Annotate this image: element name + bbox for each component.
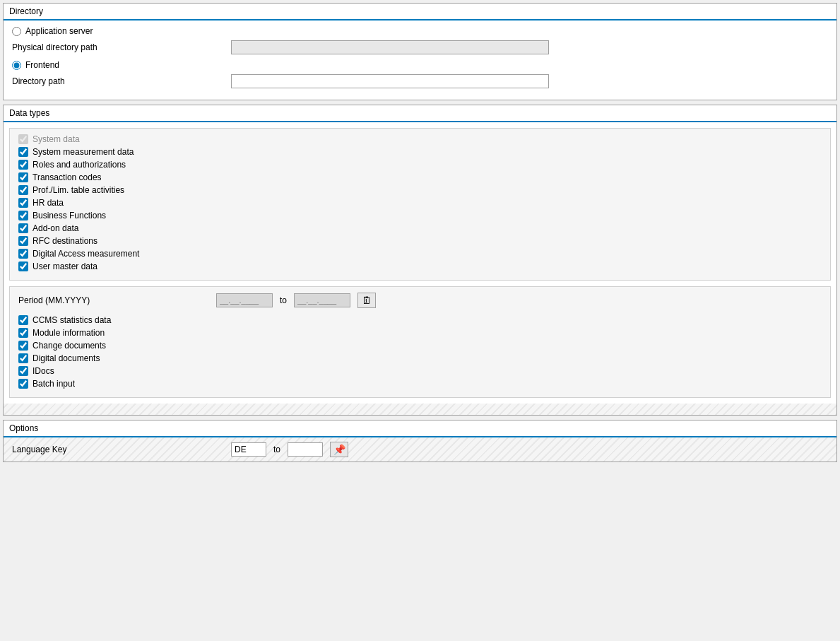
roles-auth-checkbox[interactable] — [18, 160, 28, 170]
digital-docs-checkbox[interactable] — [18, 353, 28, 363]
idocs-label: IDocs — [32, 366, 54, 376]
add-on-checkbox[interactable] — [18, 223, 28, 233]
options-header: Options — [4, 421, 836, 437]
checkbox-row-change-docs: Change documents — [18, 341, 822, 351]
frontend-label[interactable]: Frontend — [25, 60, 59, 70]
ccms-checkbox[interactable] — [18, 315, 28, 325]
hr-data-label: HR data — [32, 198, 64, 208]
app-server-row: Application server — [12, 26, 828, 36]
checkbox-row-prof-lim: Prof./Lim. table activities — [18, 185, 822, 195]
prof-lim-label: Prof./Lim. table activities — [32, 185, 124, 195]
digital-access-checkbox[interactable] — [18, 249, 28, 259]
batch-input-checkbox[interactable] — [18, 379, 28, 389]
checkbox-row-hr-data: HR data — [18, 198, 822, 208]
main-container: Directory Application server Physical di… — [0, 0, 840, 641]
data-types-header: Data types — [4, 105, 836, 122]
options-icon-button[interactable]: 📌 — [330, 442, 348, 457]
checkbox-row-roles-auth: Roles and authorizations — [18, 160, 822, 170]
calendar-icon: 🗓 — [362, 295, 372, 306]
options-section: Options Language Key to 📌 — [3, 420, 837, 462]
checkbox-row-add-on: Add-on data — [18, 223, 822, 233]
directory-content: Application server Physical directory pa… — [4, 20, 836, 100]
options-striped-bg: Language Key to 📌 — [4, 437, 836, 461]
period-calendar-button[interactable]: 🗓 — [357, 293, 376, 308]
user-master-label: User master data — [32, 261, 97, 271]
digital-access-label: Digital Access measurement — [32, 249, 139, 259]
app-server-radio[interactable] — [12, 27, 21, 36]
language-key-to-input[interactable] — [288, 442, 323, 457]
directory-path-input[interactable] — [231, 74, 549, 88]
directory-header: Directory — [4, 4, 836, 20]
pushpin-icon: 📌 — [333, 444, 345, 455]
user-master-checkbox[interactable] — [18, 261, 28, 271]
digital-docs-label: Digital documents — [32, 353, 100, 363]
batch-input-label: Batch input — [32, 379, 75, 389]
change-docs-label: Change documents — [32, 341, 106, 351]
checkbox-row-system-measurement: System measurement data — [18, 147, 822, 157]
hr-data-checkbox[interactable] — [18, 198, 28, 208]
data-types-inner-box: System data System measurement data Role… — [9, 128, 831, 281]
physical-path-label: Physical directory path — [12, 42, 231, 52]
business-functions-checkbox[interactable] — [18, 211, 28, 220]
frontend-radio[interactable] — [12, 61, 21, 70]
business-functions-label: Business Functions — [32, 211, 106, 220]
physical-path-input[interactable] — [231, 40, 549, 54]
system-data-checkbox[interactable] — [18, 134, 28, 144]
period-to-input[interactable] — [294, 293, 350, 307]
checkbox-row-user-master: User master data — [18, 261, 822, 271]
module-info-label: Module information — [32, 328, 105, 338]
prof-lim-checkbox[interactable] — [18, 185, 28, 195]
period-section: Period (MM.YYYY) to 🗓 CCMS statistics da… — [9, 286, 831, 398]
module-info-checkbox[interactable] — [18, 328, 28, 338]
directory-section: Directory Application server Physical di… — [3, 3, 837, 100]
data-types-section: Data types System data System measuremen… — [3, 105, 837, 416]
language-key-row: Language Key to 📌 — [4, 437, 836, 461]
frontend-row: Frontend — [12, 60, 828, 70]
checkbox-row-ccms: CCMS statistics data — [18, 315, 822, 325]
options-to-label: to — [273, 445, 280, 454]
directory-path-label: Directory path — [12, 76, 231, 86]
ccms-label: CCMS statistics data — [32, 315, 111, 325]
rfc-label: RFC destinations — [32, 236, 97, 246]
add-on-label: Add-on data — [32, 223, 78, 233]
checkbox-row-module-info: Module information — [18, 328, 822, 338]
idocs-checkbox[interactable] — [18, 366, 28, 376]
checkbox-row-system-data: System data — [18, 134, 822, 144]
system-measurement-checkbox[interactable] — [18, 147, 28, 157]
rfc-checkbox[interactable] — [18, 236, 28, 246]
language-key-label: Language Key — [12, 445, 231, 454]
checkbox-row-rfc: RFC destinations — [18, 236, 822, 246]
period-label: Period (MM.YYYY) — [18, 295, 216, 305]
physical-path-row: Physical directory path — [12, 40, 828, 54]
checkbox-row-digital-docs: Digital documents — [18, 353, 822, 363]
checkbox-row-digital-access: Digital Access measurement — [18, 249, 822, 259]
change-docs-checkbox[interactable] — [18, 341, 28, 351]
roles-auth-label: Roles and authorizations — [32, 160, 126, 170]
language-key-from-input[interactable] — [231, 442, 266, 457]
system-measurement-label: System measurement data — [32, 147, 134, 157]
period-from-input[interactable] — [216, 293, 273, 307]
checkbox-row-idocs: IDocs — [18, 366, 822, 376]
checkbox-row-business-functions: Business Functions — [18, 211, 822, 220]
period-row: Period (MM.YYYY) to 🗓 — [18, 293, 822, 308]
app-server-label[interactable]: Application server — [25, 26, 93, 36]
checkbox-row-batch-input: Batch input — [18, 379, 822, 389]
system-data-label: System data — [32, 134, 80, 144]
striped-spacer — [4, 404, 836, 415]
transaction-codes-checkbox[interactable] — [18, 172, 28, 182]
period-to-label: to — [280, 295, 287, 305]
transaction-codes-label: Transaction codes — [32, 172, 102, 182]
checkbox-row-transaction-codes: Transaction codes — [18, 172, 822, 182]
directory-path-row: Directory path — [12, 74, 828, 88]
